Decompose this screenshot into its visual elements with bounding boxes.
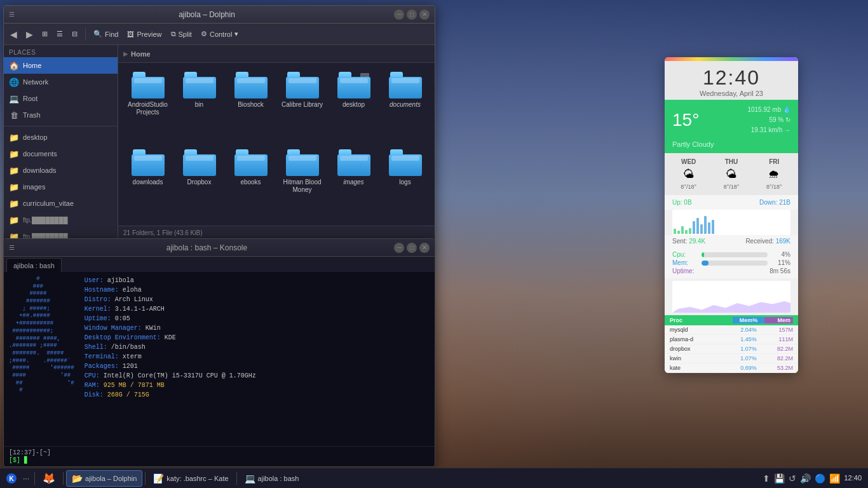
- konsole-menu-icon[interactable]: ☰: [9, 244, 15, 251]
- detail-view-button[interactable]: ⊟: [68, 25, 81, 43]
- folder-icon-bioshock: [234, 72, 268, 98]
- control-button[interactable]: ⚙ Control ▾: [197, 25, 242, 43]
- file-item-documents[interactable]: documents: [381, 68, 430, 143]
- close-button[interactable]: ✕: [419, 10, 430, 20]
- net-bar-7: [696, 218, 699, 234]
- prompt-cursor[interactable]: [$] ▊: [9, 456, 430, 464]
- proc-row-dropbox: dropbox 1.07% 82.2M: [665, 344, 798, 354]
- mem-bar: [702, 261, 768, 266]
- proc-mempct-mysqld: 2.04%: [733, 327, 764, 333]
- sidebar-item-root[interactable]: 💻 Root: [4, 90, 118, 107]
- cpu-pct: 4%: [771, 251, 790, 258]
- proc-mem-kate: 53.2M: [764, 365, 793, 371]
- sidebar-item-network[interactable]: 🌐 Network: [4, 74, 118, 90]
- taskbar-separator-4: [236, 472, 237, 485]
- taskbar-dolphin-button[interactable]: 📂 ajibola – Dolphin: [66, 470, 142, 487]
- breadcrumb-home[interactable]: Home: [131, 50, 151, 58]
- back-icon: ◀: [10, 29, 17, 39]
- sidebar-item-curriculum[interactable]: 📁 curriculum_vitae: [4, 195, 118, 212]
- process-table: Proc Mem% Mem mysqld 2.04% 157M plasma-d…: [665, 315, 798, 373]
- forecast-wed: WED 🌤 8°/18°: [667, 158, 710, 190]
- preview-button[interactable]: 🖼 Preview: [123, 25, 165, 43]
- split-button[interactable]: ⧉ Split: [167, 25, 196, 43]
- file-item-bin[interactable]: bin: [175, 68, 224, 143]
- taskbar-arrow-icon[interactable]: ⬆: [763, 473, 770, 484]
- sidebar-item-documents[interactable]: 📁 documents: [4, 146, 118, 162]
- sidebar-item-images[interactable]: 📁 images: [4, 179, 118, 195]
- sidebar-item-desktop[interactable]: 📁 desktop: [4, 129, 118, 146]
- breadcrumb-bar: ▶ Home: [118, 45, 435, 63]
- taskbar-kate-button[interactable]: 📝 katy: .bashrc – Kate: [148, 470, 233, 487]
- taskbar-hdd-icon[interactable]: 💾: [774, 473, 785, 484]
- file-item-bioshock[interactable]: Bioshock: [226, 68, 275, 143]
- trash-icon: 🗑: [9, 111, 19, 120]
- network-down-label: Down: 21B: [759, 199, 790, 206]
- proc-mempct-plasmad: 1.45%: [733, 336, 764, 342]
- taskbar-dots[interactable]: ···: [20, 474, 32, 483]
- file-label-logs: logs: [399, 179, 410, 186]
- file-item-ebooks[interactable]: ebooks: [226, 146, 275, 220]
- forecast-fri-label: FRI: [753, 158, 796, 165]
- sidebar-item-downloads[interactable]: 📁 downloads: [4, 162, 118, 179]
- weather-forecast: WED 🌤 8°/18° THU 🌤 8°/18° FRI 🌧 8°/18°: [665, 153, 798, 195]
- taskbar-firefox-button[interactable]: 🦊: [37, 470, 60, 487]
- taskbar-volume-icon[interactable]: 🔊: [800, 473, 811, 484]
- usage-graph: [672, 281, 790, 313]
- file-item-desktop[interactable]: ⋯ desktop: [329, 68, 378, 143]
- maximize-button[interactable]: □: [407, 10, 417, 20]
- taskbar-bluetooth-icon[interactable]: 🔵: [815, 473, 825, 484]
- file-label-hitman: Hitman Blood Money: [280, 179, 324, 194]
- dolphin-main: ▶ Home AndroidStudioProjects: [118, 45, 435, 240]
- konsole-titlebar: ☰ ajibola : bash – Konsole ─ □ ✕: [4, 239, 435, 257]
- forecast-thu-label: THU: [710, 158, 752, 165]
- konsole-taskbar-icon: 💻: [245, 473, 255, 484]
- kate-taskbar-label: katy: .bashrc – Kate: [166, 475, 228, 482]
- konsole-prompt[interactable]: [12:37]-[~] [$] ▊: [4, 446, 435, 466]
- places-label: Places: [4, 45, 118, 57]
- folder-icon-bin: [183, 72, 216, 98]
- taskbar-wifi-icon[interactable]: 📶: [829, 473, 840, 484]
- sidebar-item-ftp1[interactable]: 📁 ftp.████████: [4, 212, 118, 228]
- network-icon: 🌐: [9, 78, 19, 87]
- back-button[interactable]: ◀: [6, 25, 21, 43]
- weather-condition: Partly Cloudy: [665, 140, 798, 153]
- forward-button[interactable]: ▶: [22, 25, 37, 43]
- file-label-calibre: Calibre Library: [281, 101, 323, 109]
- file-item-downloads[interactable]: downloads: [123, 146, 172, 220]
- konsole-maximize-button[interactable]: □: [407, 243, 417, 253]
- file-item-calibre[interactable]: Calibre Library: [278, 68, 327, 143]
- file-item-logs[interactable]: logs: [381, 146, 430, 220]
- mem-row: Mem: 11%: [672, 259, 790, 266]
- forecast-wed-temp: 8°/18°: [667, 184, 710, 190]
- taskbar-separator-1: [34, 472, 35, 485]
- minimize-button[interactable]: ─: [394, 10, 404, 20]
- cpu-bar: [702, 252, 768, 257]
- sidebar-item-home[interactable]: 🏠 Home: [4, 57, 118, 74]
- folder-images-icon: 📁: [9, 182, 19, 192]
- prompt-line: [12:37]-[~]: [9, 449, 430, 456]
- taskbar-konsole-button[interactable]: 💻 ajibola : bash: [240, 470, 304, 487]
- sidebar-item-trash[interactable]: 🗑 Trash: [4, 107, 118, 123]
- file-grid: AndroidStudioProjects bin Bioshock: [118, 63, 435, 226]
- list-view-button[interactable]: ☰: [53, 25, 67, 43]
- taskbar-refresh-icon[interactable]: ↺: [789, 473, 796, 484]
- control-icon: ⚙: [201, 30, 207, 38]
- find-button[interactable]: 🔍 Find: [90, 25, 122, 43]
- icon-view-button[interactable]: ⊞: [38, 25, 51, 43]
- file-label-ebooks: ebooks: [240, 179, 261, 186]
- file-item-androidstudio[interactable]: AndroidStudioProjects: [123, 68, 172, 143]
- file-item-dropbox[interactable]: Dropbox: [175, 146, 224, 220]
- file-item-images[interactable]: images: [329, 146, 378, 220]
- konsole-tab-bash[interactable]: ajibola : bash: [6, 258, 62, 272]
- file-label-downloads: downloads: [133, 179, 163, 186]
- file-item-hitman[interactable]: Hitman Blood Money: [278, 146, 327, 220]
- window-menu-indicator[interactable]: ☰: [9, 11, 15, 18]
- konsole-minimize-button[interactable]: ─: [394, 243, 404, 253]
- net-bar-6: [693, 221, 695, 234]
- taskbar-start-button[interactable]: K: [3, 470, 20, 487]
- konsole-close-button[interactable]: ✕: [419, 243, 430, 253]
- proc-name-kwin: kwin: [670, 355, 733, 362]
- forecast-wed-label: WED: [667, 158, 710, 165]
- konsole-content[interactable]: # ### ##### ####### ; #####; +##.##### +…: [4, 272, 435, 446]
- folder-documents-icon: 📁: [9, 149, 19, 159]
